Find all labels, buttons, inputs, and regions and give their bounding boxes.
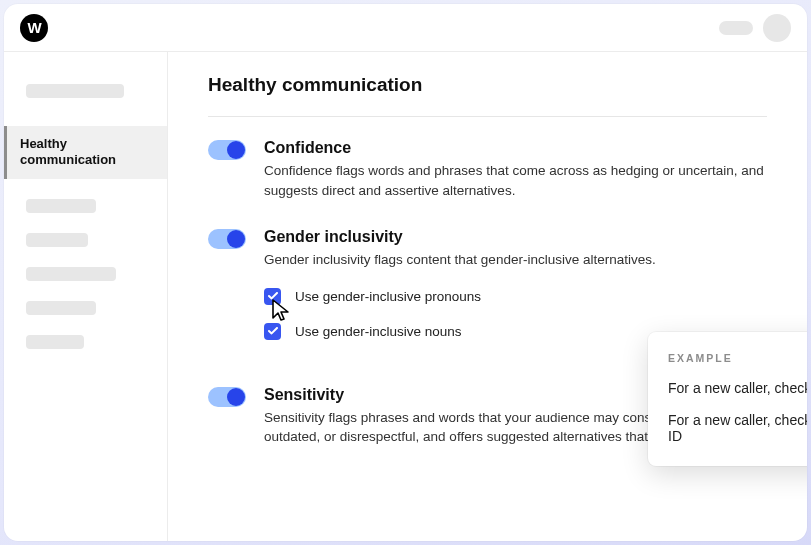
sidebar-item-placeholder[interactable] [26,267,116,281]
section-title: Confidence [264,139,767,157]
app-window: W Healthy communication Healthy communic… [4,4,807,541]
example-text: For a new caller, check [668,380,807,396]
section-title: Gender inclusivity [264,228,767,246]
sidebar-item-placeholder[interactable] [26,233,88,247]
sidebar-item-placeholder[interactable] [26,335,84,349]
toggle-confidence[interactable] [208,140,246,160]
section-body: Confidence Confidence flags words and ph… [264,139,767,200]
topbar: W [4,4,807,52]
body: Healthy communication Healthy communicat… [4,52,807,541]
topbar-placeholder-item [719,21,753,35]
sidebar-item-placeholder[interactable] [26,301,96,315]
section-description: Gender inclusivity flags content that ge… [264,250,767,270]
sidebar-item-placeholder[interactable] [26,199,96,213]
section-confidence: Confidence Confidence flags words and ph… [208,139,767,200]
avatar[interactable] [763,14,791,42]
checkbox-gender-nouns[interactable] [264,323,281,340]
sidebar-item-healthy-communication[interactable]: Healthy communication [4,126,167,179]
page-title: Healthy communication [208,74,767,96]
example-text: For a new caller, check [668,412,807,428]
logo-letter: W [27,19,40,36]
section-description: Confidence flags words and phrases that … [264,161,767,200]
example-line-before: For a new caller, check his customer ID [668,380,807,396]
topbar-right [719,14,791,42]
checkbox-row-pronouns: Use gender-inclusive pronouns [264,288,767,305]
check-icon [268,327,278,335]
sidebar: Healthy communication [4,52,168,541]
example-heading: EXAMPLE [668,352,807,364]
example-popover: EXAMPLE For a new caller, check his cust… [648,332,807,466]
toggle-gender-inclusivity[interactable] [208,229,246,249]
app-logo[interactable]: W [20,14,48,42]
content: Healthy communication Confidence Confide… [168,52,807,541]
sidebar-item-placeholder[interactable] [26,84,124,98]
divider [208,116,767,117]
toggle-sensitivity[interactable] [208,387,246,407]
checkbox-label: Use gender-inclusive pronouns [295,289,481,304]
check-icon [268,292,278,300]
checkbox-gender-pronouns[interactable] [264,288,281,305]
sidebar-item-label: Healthy communication [20,136,116,167]
checkbox-label: Use gender-inclusive nouns [295,324,462,339]
example-line-after: For a new caller, check their customer I… [668,412,807,444]
